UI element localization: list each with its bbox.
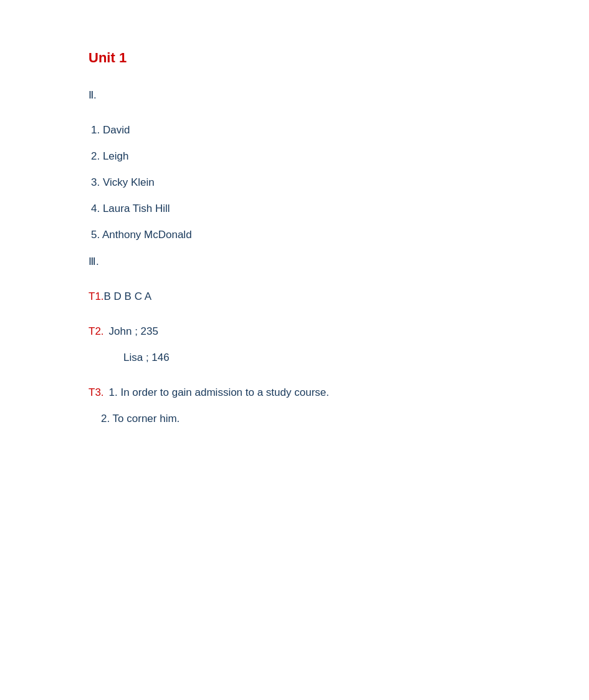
section-ii-label: Ⅱ. — [89, 89, 500, 102]
t2-main-text: John ; 235 — [109, 325, 158, 338]
unit-title: Unit 1 — [89, 50, 500, 66]
list-item: 1. David — [89, 124, 500, 137]
t3-row: T3. 1. In order to gain admission to a s… — [89, 386, 500, 399]
t3-label: T3. — [89, 386, 104, 399]
section-iii-label: Ⅲ. — [89, 255, 500, 268]
list-item: 4. Laura Tish Hill — [89, 203, 500, 215]
t2-row: T2. John ; 235 — [89, 325, 500, 338]
list-item: 3. Vicky Klein — [89, 176, 500, 189]
list-items-container: 1. David2. Leigh3. Vicky Klein4. Laura T… — [89, 124, 500, 241]
t2-sub-text: Lisa ; 146 — [89, 352, 500, 364]
list-item: 5. Anthony McDonald — [89, 229, 500, 241]
t3-rest-items: 2. To corner him. — [89, 413, 500, 425]
t1-label: T1. — [89, 290, 104, 303]
page: Unit 1 Ⅱ. 1. David2. Leigh3. Vicky Klein… — [0, 0, 589, 700]
list-item: 2. Leigh — [89, 150, 500, 163]
t3-first-item: 1. In order to gain admission to a study… — [109, 386, 329, 399]
t1-row: T1. B D B C A — [89, 290, 500, 303]
t2-label: T2. — [89, 325, 104, 338]
t3-item: 2. To corner him. — [89, 413, 500, 425]
t1-answers: B D B C A — [104, 290, 152, 303]
